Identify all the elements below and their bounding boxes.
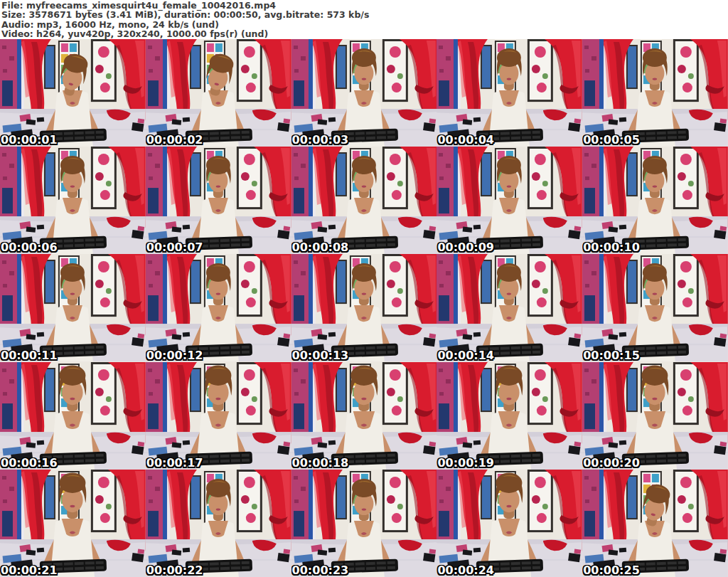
thumbnail-timestamp: 00:00:16: [1, 456, 58, 470]
thumbnail-scene: [437, 362, 582, 470]
video-thumbnail: 00:00:21: [0, 470, 146, 577]
video-thumbnail: 00:00:14: [437, 254, 582, 361]
thumbnail-timestamp: 00:00:22: [146, 563, 203, 577]
thumbnail-scene: [146, 362, 291, 470]
thumbnail-scene: [291, 147, 437, 254]
thumbnail-timestamp: 00:00:21: [1, 563, 58, 577]
video-thumbnail: 00:00:06: [0, 147, 146, 254]
video-thumbnail: 00:00:17: [146, 362, 291, 470]
thumbnail-timestamp: 00:00:14: [437, 349, 494, 362]
video-thumbnail: 00:00:16: [0, 362, 146, 470]
thumbnail-scene: [582, 39, 728, 147]
thumbnail-scene: [0, 362, 146, 470]
thumbnail-scene: [582, 254, 728, 361]
size-info-line: Size: 3578671 bytes (3.41 MiB), duration…: [1, 10, 728, 19]
thumbnail-timestamp: 00:00:18: [292, 456, 349, 470]
video-thumbnail: 00:00:11: [0, 254, 146, 361]
thumbnail-timestamp: 00:00:06: [1, 240, 58, 254]
thumbnail-timestamp: 00:00:15: [583, 349, 640, 362]
media-info-header: File: myfreecams_ximesquirt4u_female_100…: [0, 0, 728, 39]
thumbnail-scene: [437, 470, 582, 577]
video-thumbnail: 00:00:23: [291, 470, 437, 577]
video-thumbnail: 00:00:13: [291, 254, 437, 361]
thumbnail-timestamp: 00:00:25: [583, 563, 640, 577]
thumbnail-timestamp: 00:00:09: [437, 240, 494, 254]
thumbnail-scene: [0, 147, 146, 254]
video-thumbnail: 00:00:02: [146, 39, 291, 147]
video-thumbnail: 00:00:01: [0, 39, 146, 147]
video-thumbnail: 00:00:18: [291, 362, 437, 470]
thumbnail-scene: [582, 362, 728, 470]
thumbnail-scene: [291, 470, 437, 577]
thumbnail-scene: [291, 362, 437, 470]
thumbnail-timestamp: 00:00:24: [437, 563, 494, 577]
thumbnail-scene: [0, 254, 146, 361]
video-thumbnail: 00:00:03: [291, 39, 437, 147]
video-thumbnail: 00:00:19: [437, 362, 582, 470]
video-thumbnail: 00:00:24: [437, 470, 582, 577]
video-thumbnail: 00:00:12: [146, 254, 291, 361]
thumbnail-timestamp: 00:00:20: [583, 456, 640, 470]
thumbnail-scene: [291, 254, 437, 361]
thumbnail-timestamp: 00:00:05: [583, 133, 640, 147]
video-thumbnail: 00:00:22: [146, 470, 291, 577]
video-thumbnail: 00:00:04: [437, 39, 582, 147]
thumbnail-timestamp: 00:00:23: [292, 563, 349, 577]
thumbnail-timestamp: 00:00:08: [292, 240, 349, 254]
thumbnail-timestamp: 00:00:17: [146, 456, 203, 470]
thumbnail-scene: [582, 147, 728, 254]
video-thumbnail: 00:00:08: [291, 147, 437, 254]
thumbnail-scene: [0, 39, 146, 147]
thumbnail-timestamp: 00:00:13: [292, 349, 349, 362]
audio-info-line: Audio: mp3, 16000 Hz, mono, 24 kb/s (und…: [1, 20, 728, 29]
thumbnail-timestamp: 00:00:12: [146, 349, 203, 362]
video-thumbnail: 00:00:07: [146, 147, 291, 254]
video-thumbnail: 00:00:25: [582, 470, 728, 577]
thumbnail-timestamp: 00:00:01: [1, 133, 58, 147]
video-thumbnail: 00:00:10: [582, 147, 728, 254]
video-thumbnail: 00:00:05: [582, 39, 728, 147]
video-thumbnail: 00:00:09: [437, 147, 582, 254]
thumbnail-scene: [0, 470, 146, 577]
thumbnail-timestamp: 00:00:04: [437, 133, 494, 147]
thumbnail-scene: [291, 39, 437, 147]
file-info-line: File: myfreecams_ximesquirt4u_female_100…: [1, 1, 728, 10]
thumbnail-scene: [437, 254, 582, 361]
thumbnail-timestamp: 00:00:07: [146, 240, 203, 254]
thumbnail-scene: [146, 254, 291, 361]
thumbnail-timestamp: 00:00:10: [583, 240, 640, 254]
thumbnail-scene: [146, 147, 291, 254]
thumbnail-scene: [582, 470, 728, 577]
video-thumbnail: 00:00:20: [582, 362, 728, 470]
thumbnail-timestamp: 00:00:02: [146, 133, 203, 147]
video-info-line: Video: h264, yuv420p, 320x240, 1000.00 f…: [1, 29, 728, 38]
thumbnail-timestamp: 00:00:19: [437, 456, 494, 470]
thumbnail-scene: [146, 470, 291, 577]
thumbnail-scene: [437, 39, 582, 147]
video-thumbnail: 00:00:15: [582, 254, 728, 361]
thumbnail-scene: [146, 39, 291, 147]
thumbnail-grid: 00:00:01: [0, 39, 728, 577]
thumbnail-timestamp: 00:00:03: [292, 133, 349, 147]
thumbnail-scene: [437, 147, 582, 254]
thumbnail-timestamp: 00:00:11: [1, 349, 58, 362]
